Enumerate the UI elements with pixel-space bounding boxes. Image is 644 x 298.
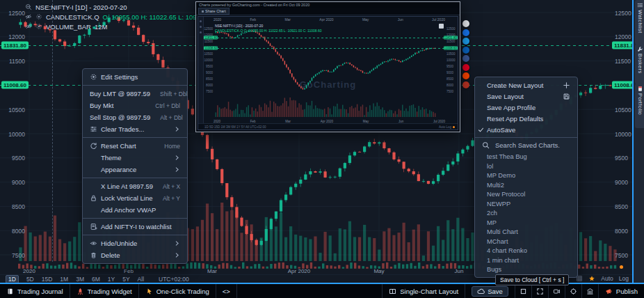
menu-item[interactable]: Reset App Defaults bbox=[475, 113, 577, 124]
menu-item[interactable]: Appearance bbox=[83, 164, 187, 175]
share-icon[interactable] bbox=[462, 72, 469, 79]
publish-button[interactable]: Publish bbox=[598, 284, 644, 298]
share-icon[interactable] bbox=[462, 81, 469, 88]
preview-bottom-bar: 1D 5D 15D 1M 3M 6M 1Y 5Y All UTC+02:00 A… bbox=[198, 123, 458, 130]
exchange-button[interactable] bbox=[581, 284, 598, 298]
saved-chart-item[interactable]: NEWPP bbox=[475, 200, 577, 210]
share-chart-preview-popup[interactable]: Charts powered by GoCharting.com - Creat… bbox=[195, 1, 460, 132]
saved-chart-item[interactable]: MP bbox=[475, 219, 577, 228]
gear-icon[interactable] bbox=[35, 23, 42, 30]
menu-item[interactable]: Add Anchor VWAP bbox=[83, 204, 187, 216]
preview-share-tab: Share Chart bbox=[198, 8, 230, 15]
timezone-label[interactable]: UTC+02:00 bbox=[159, 276, 189, 283]
stop-button[interactable] bbox=[515, 284, 531, 298]
timeframe-button[interactable]: 1Y bbox=[108, 276, 115, 283]
menu-item[interactable]: Buy LMT @ 9897.59 Shift + Dbl bbox=[83, 85, 187, 100]
menu-item[interactable]: Create New Layout bbox=[475, 79, 577, 91]
saved-chart-item[interactable]: Multi Chart bbox=[475, 228, 577, 237]
share-icon[interactable] bbox=[462, 20, 469, 27]
save-button[interactable]: Save bbox=[465, 284, 515, 298]
menu-item[interactable]: X Line At 9897.59 Alt + X bbox=[83, 178, 187, 192]
single-chart-layout-button[interactable]: Single-Chart Layout bbox=[382, 284, 465, 298]
saved-chart-item[interactable]: 2ch bbox=[475, 209, 577, 219]
share-icon[interactable] bbox=[462, 64, 469, 71]
trading-widget-button[interactable]: Trading Widget bbox=[70, 284, 139, 298]
share-icon[interactable] bbox=[462, 29, 469, 36]
menu-item[interactable]: Hide/Unhide bbox=[83, 235, 187, 249]
trading-journal-button[interactable]: Trading Journal bbox=[0, 284, 70, 298]
code-button[interactable]: <> bbox=[216, 284, 237, 298]
price-line-badge: 11831.80 bbox=[1, 41, 29, 49]
search-saved-charts[interactable]: Search Saved Charts. bbox=[475, 137, 577, 152]
tab-watchlist[interactable]: Watchlist bbox=[635, 0, 644, 45]
menu-item-icon bbox=[90, 240, 101, 247]
fullscreen-button[interactable] bbox=[531, 284, 548, 298]
timeframe-button[interactable]: All bbox=[138, 276, 144, 283]
log-scale-toggle[interactable]: Log bbox=[619, 275, 629, 282]
tab-portfolio[interactable]: Portfolio bbox=[635, 84, 644, 128]
share-icon[interactable] bbox=[462, 55, 469, 62]
menu-item-shortcut: Alt + X bbox=[163, 183, 180, 190]
saved-chart-item[interactable]: 1 min chart bbox=[475, 256, 577, 266]
favorite-star-icon[interactable] bbox=[588, 275, 595, 282]
menu-item[interactable]: Save App Profile bbox=[475, 102, 577, 113]
menu-item[interactable]: Edit Settings bbox=[83, 71, 187, 83]
saved-chart-item[interactable]: MP Demo bbox=[475, 171, 577, 181]
menu-item[interactable]: Buy Mkt Ctrl + Dbl bbox=[83, 100, 187, 111]
target-button[interactable] bbox=[565, 284, 581, 298]
preview-symbol-title: NSE:NIFTY-I [1D] - 2020-07-20 bbox=[215, 24, 322, 29]
preview-price-tick: 11500 bbox=[204, 40, 213, 43]
timeframe-button[interactable]: 3M bbox=[76, 276, 84, 283]
preview-candlestick-plot bbox=[213, 22, 438, 118]
preview-scale-controls: Auto Log bbox=[439, 125, 458, 129]
preview-price-tick: 8000 bbox=[446, 84, 453, 87]
study-name: VOLUME_BAR bbox=[46, 23, 91, 31]
menu-item-icon bbox=[90, 251, 101, 259]
preview-timeframes: 1D 5D 15D 1M 3M 6M 1Y 5Y All UTC+02:00 bbox=[198, 125, 266, 129]
bottom-toolbar-right: Single-Chart Layout Save bbox=[382, 284, 644, 298]
preview-price-tick: 9500 bbox=[446, 65, 453, 68]
share-icon[interactable] bbox=[462, 47, 469, 54]
one-click-trading-button[interactable]: One-Click Trading bbox=[139, 284, 216, 298]
menu-item[interactable]: Add NIFTY-I to watchlist bbox=[83, 218, 187, 233]
preview-date-label: May bbox=[362, 17, 369, 22]
eye-off-icon[interactable] bbox=[25, 23, 32, 30]
timeframe-button[interactable]: 6M bbox=[92, 276, 100, 283]
chevron-right-icon bbox=[174, 240, 180, 246]
menu-item-icon bbox=[90, 125, 101, 133]
preview-price-tick: 8500 bbox=[206, 77, 213, 81]
share-icon[interactable] bbox=[462, 38, 469, 45]
menu-item[interactable]: Save Layout bbox=[475, 91, 577, 102]
preview-price-badge: 11831.80 bbox=[204, 36, 218, 40]
symbol-title: NSE:NIFTY-I [1D] - 2020-07-20 bbox=[35, 3, 127, 11]
menu-item[interactable]: Clear Trades... bbox=[83, 123, 187, 135]
timeframe-button[interactable]: 5Y bbox=[122, 276, 129, 283]
menu-item[interactable]: Theme bbox=[83, 152, 187, 164]
zoom-out-icon[interactable] bbox=[25, 3, 32, 10]
tab-brokers[interactable]: Brokers bbox=[635, 44, 644, 84]
timeframe-button[interactable]: 1M bbox=[60, 276, 68, 283]
saved-chart-item[interactable]: lol bbox=[475, 162, 577, 172]
preview-price-tick: 7500 bbox=[206, 90, 213, 93]
saved-chart-item[interactable]: Multi2 bbox=[475, 181, 577, 191]
saved-chart-item[interactable]: 4 chart Renko bbox=[475, 246, 577, 256]
menu-item[interactable]: Reset Chart Home bbox=[83, 137, 187, 152]
saved-chart-item[interactable]: MChart bbox=[475, 237, 577, 247]
menu-item[interactable]: Delete bbox=[83, 249, 187, 261]
saved-chart-item[interactable]: New Protocol bbox=[475, 190, 577, 200]
timeframe-button[interactable]: 5D bbox=[26, 276, 34, 283]
menu-item[interactable]: AutoSave bbox=[475, 124, 577, 135]
menu-item-label: Clear Trades... bbox=[101, 125, 164, 133]
saved-chart-item[interactable]: Bugs bbox=[475, 265, 577, 275]
menu-item[interactable]: Sell Stop @ 9897.59 Alt + Dbl bbox=[83, 111, 187, 123]
timeframe-button[interactable]: 15D bbox=[42, 276, 53, 283]
menu-item-label: Save App Profile bbox=[487, 104, 570, 111]
auto-scale-toggle[interactable]: Auto bbox=[601, 275, 613, 282]
screen-record-button[interactable] bbox=[548, 284, 565, 298]
button-label: Trading Journal bbox=[17, 288, 63, 295]
eye-off-icon[interactable] bbox=[25, 13, 32, 20]
saved-chart-item[interactable]: test Thea Bug bbox=[475, 152, 577, 162]
menu-item[interactable]: Lock Vertical Line Alt + Y bbox=[83, 192, 187, 204]
preview-date-label: 2020 bbox=[214, 17, 221, 22]
gear-icon[interactable] bbox=[35, 13, 42, 20]
